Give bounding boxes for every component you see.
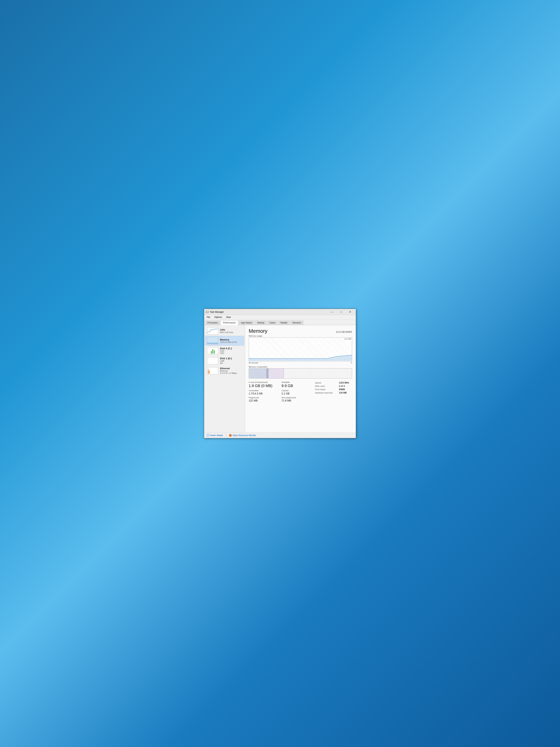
svg-marker-14	[249, 355, 352, 361]
minimize-button[interactable]: —	[328, 309, 337, 315]
cpu-thumbnail	[207, 327, 218, 334]
comp-in-use	[249, 368, 266, 378]
speed-val: 1333 MHz	[338, 381, 352, 384]
title-bar: Task Manager — □ ✕	[204, 309, 356, 315]
chevron-up-icon: ⌃	[207, 434, 209, 437]
in-use-value: 1.9 GB (0 MB)	[249, 384, 278, 388]
cached-value: 2.1 GB	[282, 392, 311, 395]
sidebar-item-disk1[interactable]: Disk 1 (D:) USB 0%	[205, 356, 244, 365]
form-row: Form factor: DIMM	[315, 388, 352, 391]
disk0-thumbnail	[207, 347, 218, 354]
disk1-thumbnail	[207, 357, 218, 364]
svg-rect-10	[207, 357, 218, 364]
memory-sub: 2.0/11.9 GB (17%)	[220, 341, 242, 343]
memory-thumbnail	[207, 337, 218, 344]
speed-row: Speed: 1333 MHz	[315, 381, 352, 384]
main-spec: 12.0 GB DDR3	[336, 331, 352, 333]
in-use-label: In use (Compressed)	[249, 381, 278, 383]
memory-composition-bar	[249, 368, 352, 379]
disk0-sub2: 19%	[220, 352, 242, 354]
resource-monitor-icon	[229, 434, 232, 437]
memory-label: Memory	[220, 338, 242, 341]
stat-in-use: In use (Compressed) 1.9 GB (0 MB)	[249, 381, 278, 388]
graph-zero-label: 0	[351, 362, 352, 364]
maximize-button[interactable]: □	[337, 309, 345, 315]
svg-rect-13	[209, 371, 210, 374]
stat-cached: Cached 2.1 GB	[282, 389, 311, 395]
ethernet-sub1: Ethernet	[220, 370, 242, 372]
graph-time-label: 60 seconds	[249, 362, 258, 364]
stat-committed: Committed 1.7/14.3 GB	[249, 389, 278, 395]
task-manager-window: Task Manager — □ ✕ File Options View Pro…	[204, 309, 356, 438]
menu-bar: File Options View	[204, 315, 356, 319]
disk0-label: Disk 0 (C:)	[220, 347, 242, 350]
tab-processes[interactable]: Processes	[205, 320, 220, 325]
svg-rect-12	[208, 369, 209, 374]
tab-services[interactable]: Services	[290, 320, 303, 325]
hw-reserved-key: Hardware reserved:	[315, 391, 338, 394]
form-key: Form factor:	[315, 388, 338, 391]
tab-bar: Processes Performance App history Startu…	[204, 319, 356, 325]
hw-reserved-row: Hardware reserved: 116 MB	[315, 391, 352, 394]
close-button[interactable]: ✕	[346, 309, 354, 315]
sidebar-item-memory[interactable]: Memory 2.0/11.9 GB (17%)	[205, 336, 244, 345]
available-value: 9.9 GB	[282, 384, 311, 388]
tab-performance[interactable]: Performance	[220, 320, 238, 325]
cpu-sub: 90% 3.40 GHz	[220, 331, 242, 334]
slots-val: 4 of 4	[338, 384, 352, 388]
form-val: DIMM	[338, 388, 352, 391]
ethernet-label: Ethernet	[220, 367, 242, 370]
menu-view[interactable]: View	[224, 315, 233, 319]
ethernet-thumbnail	[207, 367, 218, 374]
svg-rect-1	[206, 311, 207, 312]
main-panel: Memory 12.0 GB DDR3 Memory usage 11.9 GB…	[245, 325, 356, 433]
fewer-details-link[interactable]: ⌃ Fewer details	[207, 434, 223, 437]
ethernet-sub2: S: 0.2 R: 1.2 Mbps	[220, 372, 242, 374]
tab-app-history[interactable]: App history	[239, 320, 255, 325]
non-paged-pool-label: Non-paged pool	[282, 396, 311, 399]
memory-composition-label: Memory composition	[249, 366, 352, 368]
window-controls: — □ ✕	[328, 309, 354, 315]
menu-options[interactable]: Options	[213, 315, 223, 319]
open-resource-monitor-link[interactable]: Open Resource Monitor	[229, 434, 256, 437]
window-title: Task Manager	[210, 311, 328, 313]
tab-details[interactable]: Details	[278, 320, 290, 325]
content-area: CPU 90% 3.40 GHz Memory 2.0/11.9 GB (17%…	[204, 325, 356, 433]
slots-key: Slots used:	[315, 384, 338, 388]
disk0-sub1: SSD	[220, 350, 242, 352]
svg-rect-5	[207, 342, 218, 344]
stats-area: In use (Compressed) 1.9 GB (0 MB) Availa…	[249, 381, 352, 402]
disk1-info: Disk 1 (D:) USB 0%	[220, 357, 242, 364]
sidebar-item-disk0[interactable]: Disk 0 (C:) SSD 19%	[205, 346, 244, 356]
tab-startup[interactable]: Startup	[255, 320, 267, 325]
svg-rect-2	[206, 312, 208, 313]
cached-label: Cached	[282, 389, 311, 392]
sidebar-item-ethernet[interactable]: Ethernet Ethernet S: 0.2 R: 1.2 Mbps	[205, 366, 244, 376]
stats-grid: In use (Compressed) 1.9 GB (0 MB) Availa…	[249, 381, 311, 402]
non-paged-pool-value: 71.8 MB	[282, 399, 311, 402]
committed-label: Committed	[249, 389, 278, 392]
menu-file[interactable]: File	[205, 315, 212, 319]
ethernet-info: Ethernet Ethernet S: 0.2 R: 1.2 Mbps	[220, 367, 242, 374]
speed-key: Speed:	[315, 381, 338, 384]
app-icon	[206, 310, 209, 313]
left-stats: In use (Compressed) 1.9 GB (0 MB) Availa…	[249, 381, 311, 402]
tab-users[interactable]: Users	[267, 320, 277, 325]
graph-top-value: 11.9 GB	[344, 338, 351, 340]
main-title: Memory	[249, 328, 267, 334]
right-stats: Speed: 1333 MHz Slots used: 4 of 4 Form …	[315, 381, 352, 402]
graph-bottom-row: 60 seconds 0	[249, 362, 352, 364]
disk1-sub2: 0%	[220, 362, 242, 364]
sidebar-item-cpu[interactable]: CPU 90% 3.40 GHz	[205, 326, 244, 336]
stat-non-paged-pool: Non-paged pool 71.8 MB	[282, 396, 311, 402]
cpu-label: CPU	[220, 329, 242, 331]
disk0-info: Disk 0 (C:) SSD 19%	[220, 347, 242, 354]
svg-rect-7	[211, 351, 212, 354]
comp-standby	[268, 368, 284, 378]
bottom-bar: ⌃ Fewer details Open Resource Monitor	[204, 433, 356, 438]
stat-available: Available 9.9 GB	[282, 381, 311, 388]
disk1-sub1: USB	[220, 360, 242, 362]
hw-reserved-val: 116 MB	[338, 391, 352, 394]
memory-usage-label: Memory usage	[249, 335, 352, 337]
svg-rect-9	[214, 350, 215, 354]
